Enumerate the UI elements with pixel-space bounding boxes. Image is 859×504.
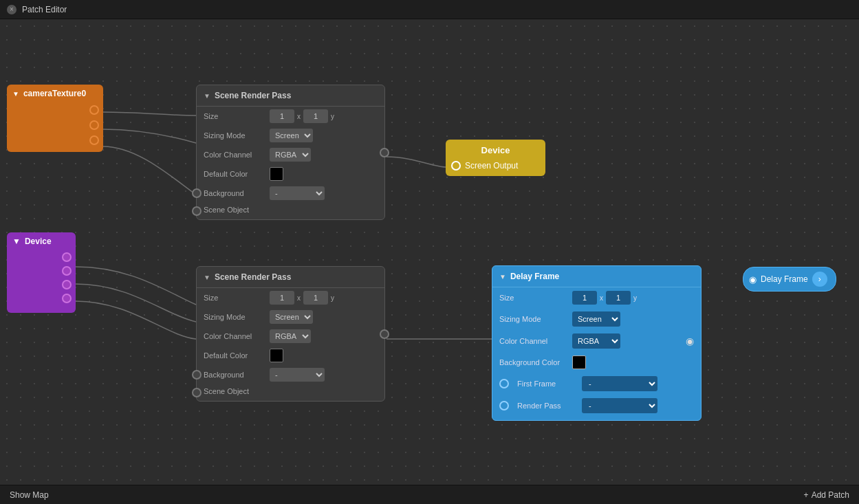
srp2-size-y[interactable] — [303, 291, 328, 305]
srp1-size-label: Size — [204, 112, 265, 120]
device-node-left: ▼ Device — [7, 232, 76, 313]
df-first-frame-select[interactable]: - — [582, 376, 657, 391]
srp2-y-label: y — [331, 294, 334, 302]
srp1-scene-object-port[interactable] — [192, 206, 202, 216]
df-size-row: Size x y — [492, 287, 701, 308]
df-render-pass-port[interactable] — [499, 401, 509, 410]
srp1-sizing-row: Sizing Mode Screen — [197, 126, 384, 145]
srp2-size-x[interactable] — [270, 291, 294, 305]
collapse-arrow-device[interactable]: ▼ — [12, 237, 21, 246]
srp1-default-color-row: Default Color — [197, 164, 384, 184]
srp2-default-color-row: Default Color — [197, 346, 384, 365]
srp2-scene-object-port[interactable] — [192, 388, 202, 397]
device-port-2[interactable] — [62, 266, 72, 276]
srp1-background-select[interactable]: - — [270, 186, 325, 200]
srp2-background-select[interactable]: - — [270, 368, 325, 382]
srp1-sizing-label: Sizing Mode — [204, 131, 265, 140]
df-label-arrow-button[interactable]: › — [812, 272, 827, 287]
srp1-default-color-swatch[interactable] — [270, 167, 283, 181]
device-port-1[interactable] — [62, 252, 72, 262]
srp2-size-row: Size x y — [197, 288, 384, 307]
df-render-pass-label: Render Pass — [517, 402, 578, 410]
df-render-pass-select[interactable]: - — [582, 398, 657, 413]
srp2-background-port[interactable] — [192, 370, 202, 380]
srp2-collapse[interactable]: ▼ — [204, 274, 210, 281]
srp1-default-color-label: Default Color — [204, 170, 265, 178]
connections-svg — [0, 19, 859, 504]
df-label-speaker-icon: ◉ — [749, 274, 757, 285]
srp1-title: Scene Render Pass — [215, 91, 291, 100]
df-label-text: Delay Frame — [761, 274, 808, 284]
srp1-x-sep: x — [297, 113, 301, 120]
df-bg-color-swatch[interactable] — [572, 355, 586, 369]
show-map-button[interactable]: Show Map — [10, 490, 49, 500]
df-first-frame-row: First Frame - — [492, 373, 701, 395]
srp2-sizing-label: Sizing Mode — [204, 313, 265, 321]
device-screen-output-node: Device Screen Output — [446, 140, 545, 176]
srp2-background-row: Background - — [197, 365, 384, 384]
srp1-sizing-select[interactable]: Screen — [270, 129, 313, 142]
df-bg-color-label: Background Color — [499, 358, 568, 366]
srp2-color-channel-select[interactable]: RGBA — [270, 329, 311, 343]
df-color-channel-select[interactable]: RGBA — [572, 333, 620, 349]
scene-render-pass-1: ▼ Scene Render Pass Size x y Sizing Mode… — [196, 85, 385, 220]
srp2-title: Scene Render Pass — [215, 272, 291, 282]
screen-output-label: Screen Output — [465, 161, 518, 171]
camera-node-title: cameraTexture0 — [23, 89, 86, 98]
app-title: Patch Editor — [22, 5, 67, 14]
camera-port-1[interactable] — [89, 105, 99, 115]
srp1-y-label: y — [331, 113, 334, 120]
srp1-color-channel-select[interactable]: RGBA — [270, 148, 311, 162]
srp1-scene-object-label: Scene Object — [204, 206, 265, 214]
srp2-x-sep: x — [297, 294, 301, 302]
camera-texture-node: ▼ cameraTexture0 — [7, 85, 103, 152]
device-port-4[interactable] — [62, 294, 72, 303]
srp2-default-color-label: Default Color — [204, 351, 265, 360]
df-size-y[interactable] — [606, 291, 631, 305]
df-size-x[interactable] — [572, 291, 597, 305]
camera-port-3[interactable] — [89, 135, 99, 145]
srp1-color-channel-label: Color Channel — [204, 151, 265, 159]
df-first-frame-port[interactable] — [499, 379, 509, 388]
srp1-size-row: Size x y — [197, 107, 384, 126]
device-port-3[interactable] — [62, 280, 72, 289]
df-render-pass-row: Render Pass - — [492, 395, 701, 420]
srp1-background-port[interactable] — [192, 188, 202, 198]
srp2-scene-object-row: Scene Object — [197, 384, 384, 401]
srp1-background-label: Background — [204, 189, 265, 197]
df-first-frame-label: First Frame — [517, 380, 578, 388]
df-color-channel-label: Color Channel — [499, 337, 568, 345]
device-right-title: Device — [446, 140, 545, 158]
close-icon: × — [10, 6, 14, 13]
bottom-bar: Show Map + Add Patch — [0, 485, 859, 504]
screen-output-input-port[interactable] — [451, 161, 461, 171]
srp1-size-y[interactable] — [303, 109, 328, 123]
title-bar: × Patch Editor — [0, 0, 859, 19]
srp1-collapse[interactable]: ▼ — [204, 92, 210, 100]
df-color-channel-row: Color Channel RGBA ◉ — [492, 330, 701, 352]
device-left-title: Device — [25, 237, 52, 246]
srp2-default-color-swatch[interactable] — [270, 349, 283, 362]
close-button[interactable]: × — [7, 5, 17, 14]
speaker-icon[interactable]: ◉ — [686, 336, 694, 347]
srp2-color-channel-label: Color Channel — [204, 332, 265, 340]
df-collapse[interactable]: ▼ — [499, 273, 506, 281]
patch-canvas[interactable]: ▼ cameraTexture0 ▼ Device — [0, 19, 859, 504]
df-label-arrow-icon: › — [818, 274, 821, 284]
df-x-sep: x — [600, 294, 603, 302]
df-size-label: Size — [499, 294, 568, 302]
delay-frame-label-node[interactable]: ◉ Delay Frame › — [743, 267, 836, 292]
camera-port-2[interactable] — [89, 120, 99, 130]
srp2-size-label: Size — [204, 294, 265, 302]
srp2-sizing-row: Sizing Mode Screen — [197, 307, 384, 327]
srp1-scene-object-row: Scene Object — [197, 203, 384, 219]
df-y-label: y — [633, 294, 637, 302]
srp1-size-x[interactable] — [270, 109, 294, 123]
collapse-arrow[interactable]: ▼ — [12, 90, 19, 98]
df-sizing-select[interactable]: Screen — [572, 311, 620, 327]
add-patch-label: Add Patch — [812, 490, 849, 500]
srp2-scene-object-label: Scene Object — [204, 387, 265, 395]
srp2-sizing-select[interactable]: Screen — [270, 310, 313, 324]
df-sizing-label: Sizing Mode — [499, 315, 568, 323]
add-patch-button[interactable]: + Add Patch — [804, 490, 849, 500]
